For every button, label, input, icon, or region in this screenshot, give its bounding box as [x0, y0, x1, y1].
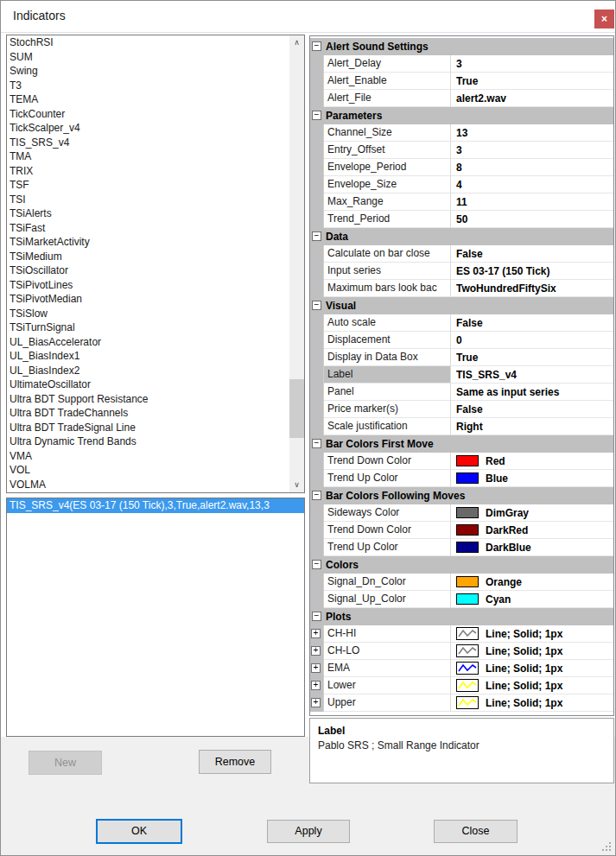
property-name[interactable]: Alert_File: [324, 90, 451, 107]
property-value[interactable]: Cyan: [451, 591, 613, 608]
indicator-list-item[interactable]: TSI: [7, 193, 289, 207]
indicator-list-item[interactable]: Ultra BDT TradeChannels: [7, 406, 289, 421]
property-value[interactable]: False: [451, 401, 613, 418]
indicator-list-item[interactable]: UL_BiasIndex1: [7, 349, 289, 364]
property-value[interactable]: False: [451, 314, 613, 332]
selected-indicator-item[interactable]: TIS_SRS_v4(ES 03-17 (150 Tick),3,True,al…: [7, 498, 304, 513]
indicator-list-item[interactable]: Ultra BDT TradeSignal Line: [7, 421, 289, 435]
property-row[interactable]: Display in Data BoxTrue: [310, 349, 613, 366]
property-value[interactable]: Line; Solid; 1px: [451, 643, 613, 660]
collapse-icon[interactable]: −: [312, 111, 321, 120]
indicator-list-item[interactable]: TSiFast: [7, 221, 289, 236]
property-value[interactable]: Same as input series: [451, 384, 613, 401]
property-row[interactable]: Maximum bars look bacTwoHundredFiftySix: [310, 280, 613, 297]
property-name[interactable]: Trend Down Color: [324, 453, 451, 470]
property-name[interactable]: Max_Range: [324, 193, 451, 211]
scroll-down-icon[interactable]: ∨: [289, 478, 304, 492]
indicator-list-item[interactable]: TSiOscillator: [7, 263, 289, 278]
property-value[interactable]: 8: [451, 159, 613, 176]
property-row[interactable]: Alert_Filealert2.wav: [310, 90, 613, 107]
indicator-list-item[interactable]: TSF: [7, 178, 289, 193]
scrollbar-thumb[interactable]: [289, 379, 304, 438]
property-name[interactable]: Trend Down Color: [324, 522, 451, 539]
indicator-list-item[interactable]: UL_BiasAccelerator: [7, 335, 289, 350]
property-row[interactable]: Trend Up ColorBlue: [310, 470, 613, 487]
property-name[interactable]: Calculate on bar close: [324, 245, 451, 263]
indicator-list-item[interactable]: TSiMarketActivity: [7, 235, 289, 250]
indicator-list-item[interactable]: Ultra Dynamic Trend Bands: [7, 434, 289, 449]
property-row[interactable]: Signal_Dn_ColorOrange: [310, 574, 613, 591]
property-row[interactable]: Scale justificationRight: [310, 418, 613, 435]
property-row[interactable]: Envelope_Period8: [310, 159, 613, 176]
property-value[interactable]: Red: [451, 453, 613, 470]
indicator-list-item[interactable]: TSiAlerts: [7, 206, 289, 221]
indicator-list-item[interactable]: SUM: [7, 50, 289, 65]
indicator-list-item[interactable]: VOLMA: [7, 478, 289, 492]
selected-indicators-listbox[interactable]: TIS_SRS_v4(ES 03-17 (150 Tick),3,True,al…: [6, 498, 305, 737]
property-row[interactable]: Calculate on bar closeFalse: [310, 245, 613, 263]
property-name[interactable]: Scale justification: [324, 418, 451, 435]
property-row[interactable]: LabelTIS_SRS_v4: [310, 366, 613, 384]
indicator-list-item[interactable]: StochRSI: [7, 35, 289, 50]
collapse-icon[interactable]: −: [312, 439, 321, 448]
resize-grip-icon[interactable]: [602, 842, 613, 853]
property-name[interactable]: Signal_Up_Color: [324, 591, 451, 608]
expand-icon[interactable]: +: [311, 663, 321, 673]
property-name[interactable]: CH-HI: [324, 625, 451, 643]
property-name[interactable]: Lower: [324, 677, 451, 694]
property-name[interactable]: Trend Up Color: [324, 539, 451, 556]
indicator-list-scrollbar[interactable]: ∧ ∨: [289, 35, 304, 492]
property-name[interactable]: Displacement: [324, 332, 451, 349]
property-row[interactable]: Price marker(s)False: [310, 401, 613, 418]
property-value[interactable]: False: [451, 245, 613, 263]
close-button[interactable]: Close: [434, 820, 518, 843]
property-name[interactable]: Envelope_Size: [324, 176, 451, 193]
property-name[interactable]: Display in Data Box: [324, 349, 451, 366]
property-row[interactable]: Input seriesES 03-17 (150 Tick): [310, 263, 613, 280]
property-row[interactable]: Trend_Period50: [310, 211, 613, 228]
property-value[interactable]: 13: [451, 124, 613, 142]
property-row[interactable]: Auto scaleFalse: [310, 314, 613, 332]
property-name[interactable]: Channel_Size: [324, 124, 451, 142]
property-row[interactable]: +LowerLine; Solid; 1px: [310, 677, 613, 694]
indicator-list-item[interactable]: TSiPivotMedian: [7, 292, 289, 307]
expand-icon[interactable]: +: [311, 698, 321, 707]
property-value[interactable]: 4: [451, 176, 613, 193]
property-value[interactable]: 3: [451, 142, 613, 159]
property-value[interactable]: 50: [451, 211, 613, 228]
property-value[interactable]: True: [451, 73, 613, 90]
property-name[interactable]: Trend Up Color: [324, 470, 451, 487]
collapse-icon[interactable]: −: [312, 231, 321, 241]
indicator-list-item[interactable]: VMA: [7, 449, 289, 464]
property-row[interactable]: +CH-HILine; Solid; 1px: [310, 625, 613, 643]
property-row[interactable]: Entry_Offset3: [310, 142, 613, 159]
indicator-list-item[interactable]: TRIX: [7, 164, 289, 179]
collapse-icon[interactable]: −: [312, 41, 321, 51]
indicator-list-item[interactable]: TickCounter: [7, 107, 289, 122]
property-value[interactable]: Line; Solid; 1px: [451, 625, 613, 643]
property-row[interactable]: Trend Down ColorDarkRed: [310, 522, 613, 539]
property-value[interactable]: TIS_SRS_v4: [451, 366, 613, 384]
property-row[interactable]: Trend Up ColorDarkBlue: [310, 539, 613, 556]
property-name[interactable]: Signal_Dn_Color: [324, 574, 451, 591]
property-value[interactable]: Line; Solid; 1px: [451, 677, 613, 694]
property-value[interactable]: Orange: [451, 574, 613, 591]
section-header[interactable]: −Parameters: [310, 107, 613, 124]
close-icon[interactable]: ×: [594, 10, 614, 29]
indicator-list-item[interactable]: TSiMedium: [7, 250, 289, 264]
section-header[interactable]: −Data: [310, 228, 613, 245]
property-name[interactable]: CH-LO: [324, 643, 451, 660]
property-row[interactable]: Signal_Up_ColorCyan: [310, 591, 613, 608]
property-name[interactable]: Entry_Offset: [324, 142, 451, 159]
property-name[interactable]: Panel: [324, 384, 451, 401]
indicator-list-item[interactable]: TIS_SRS_v4: [7, 136, 289, 150]
expand-icon[interactable]: +: [311, 646, 321, 656]
expand-icon[interactable]: +: [311, 681, 321, 690]
property-name[interactable]: Auto scale: [324, 314, 451, 332]
indicator-list-item[interactable]: UltimateOscillator: [7, 377, 289, 392]
collapse-icon[interactable]: −: [312, 301, 321, 310]
property-value[interactable]: DarkBlue: [451, 539, 613, 556]
property-row[interactable]: +CH-LOLine; Solid; 1px: [310, 643, 613, 660]
new-button[interactable]: New: [29, 751, 102, 775]
indicator-list-item[interactable]: Swing: [7, 64, 289, 79]
